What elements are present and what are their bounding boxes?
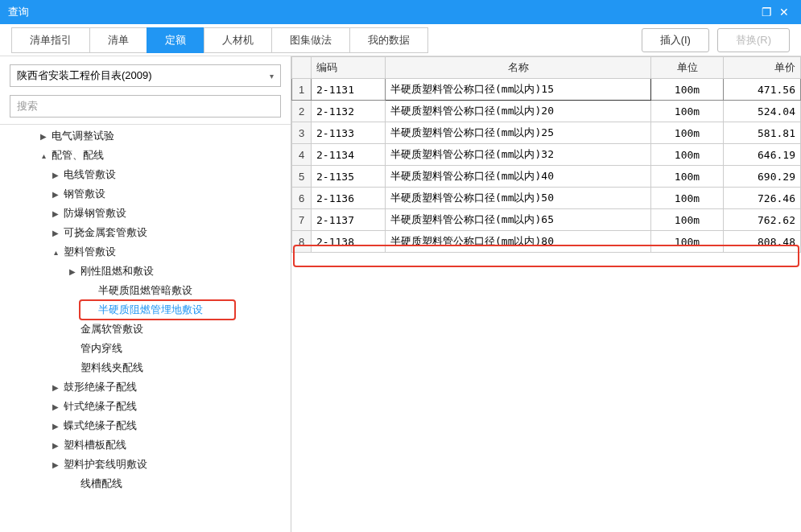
tree-label: 塑料线夹配线	[81, 361, 143, 375]
cell-code[interactable]: 2-1138	[312, 231, 386, 253]
tree-toggle-icon[interactable]: ▶	[39, 132, 48, 141]
search-input[interactable]: 搜索	[10, 95, 281, 118]
tab-4[interactable]: 图集做法	[271, 27, 349, 53]
tree-item[interactable]: ▶电气调整试验	[6, 126, 284, 146]
tree-item[interactable]: 管内穿线	[6, 339, 284, 358]
cell-unit[interactable]: 100m	[651, 122, 724, 144]
tree-item[interactable]: 半硬质阻燃管埋地敷设	[6, 300, 284, 320]
row-number: 1	[292, 79, 312, 101]
cell-unit[interactable]: 100m	[651, 144, 724, 166]
tree-item[interactable]: 半硬质阻燃管暗敷设	[6, 281, 284, 300]
grid-wrap: 编码 名称 单位 单价 12-1131半硬质塑料管公称口径(mm以内)15100…	[291, 56, 801, 532]
left-panel: 陕西省安装工程价目表(2009) ▾ 搜索 ▶电气调整试验▴配管、配线▶电线管敷…	[0, 56, 291, 532]
table-row[interactable]: 82-1138半硬质塑料管公称口径(mm以内)80100m808.48	[292, 231, 801, 253]
tree-item[interactable]: ▶蝶式绝缘子配线	[6, 416, 284, 435]
tree-item[interactable]: ▶可挠金属套管敷设	[6, 223, 284, 242]
cell-unit[interactable]: 100m	[651, 166, 724, 188]
tree-label: 塑料管敷设	[64, 245, 116, 259]
cell-unit[interactable]: 100m	[651, 79, 724, 101]
tree-toggle-icon[interactable]: ▶	[51, 190, 60, 199]
cell-name[interactable]: 半硬质塑料管公称口径(mm以内)15	[386, 79, 651, 101]
cell-price[interactable]: 690.29	[724, 166, 801, 188]
tree-item[interactable]: ▶钢管敷设	[6, 184, 284, 204]
table-row[interactable]: 12-1131半硬质塑料管公称口径(mm以内)15100m471.56	[292, 79, 801, 101]
cell-unit[interactable]: 100m	[651, 231, 724, 253]
tree-item[interactable]: ▶电线管敷设	[6, 165, 284, 184]
tree-toggle-icon[interactable]: ▶	[68, 267, 77, 276]
maximize-icon[interactable]: ❐	[758, 3, 775, 21]
tree-toggle-icon[interactable]: ▶	[51, 402, 60, 411]
insert-button[interactable]: 插入(I)	[642, 28, 709, 52]
tree-toggle-icon[interactable]: ▶	[51, 229, 60, 237]
tree-view[interactable]: ▶电气调整试验▴配管、配线▶电线管敷设▶钢管敷设▶防爆钢管敷设▶可挠金属套管敷设…	[0, 124, 291, 532]
tree-item[interactable]: ▶塑料护套线明敷设	[6, 455, 284, 474]
table-row[interactable]: 72-1137半硬质塑料管公称口径(mm以内)65100m762.62	[292, 209, 801, 231]
cell-price[interactable]: 726.46	[724, 188, 801, 209]
replace-button: 替换(R)	[717, 28, 790, 52]
cell-name[interactable]: 半硬质塑料管公称口径(mm以内)40	[386, 166, 651, 188]
tree-toggle-icon[interactable]: ▶	[51, 460, 60, 469]
cell-price[interactable]: 524.04	[724, 101, 801, 122]
tree-item[interactable]: ▶塑料槽板配线	[6, 435, 284, 455]
tree-label: 刚性阻燃和敷设	[81, 264, 154, 278]
cell-code[interactable]: 2-1131	[312, 79, 386, 101]
table-row[interactable]: 32-1133半硬质塑料管公称口径(mm以内)25100m581.81	[292, 122, 801, 144]
cell-price[interactable]: 762.62	[724, 209, 801, 231]
cell-price[interactable]: 646.19	[724, 144, 801, 166]
tree-item[interactable]: ▶防爆钢管敷设	[6, 204, 284, 223]
tab-3[interactable]: 人材机	[204, 27, 271, 53]
col-name[interactable]: 名称	[386, 57, 651, 79]
cell-price[interactable]: 808.48	[724, 231, 801, 253]
cell-unit[interactable]: 100m	[651, 101, 724, 122]
tree-item[interactable]: ▴配管、配线	[6, 146, 284, 165]
cell-code[interactable]: 2-1134	[312, 144, 386, 166]
col-unit[interactable]: 单位	[651, 57, 724, 79]
cell-price[interactable]: 471.56	[724, 79, 801, 101]
tree-item[interactable]: 金属软管敷设	[6, 320, 284, 339]
close-icon[interactable]: ✕	[775, 3, 793, 21]
cell-code[interactable]: 2-1136	[312, 188, 386, 209]
cell-code[interactable]: 2-1133	[312, 122, 386, 144]
tree-toggle-icon[interactable]: ▶	[51, 383, 60, 392]
tree-toggle-icon[interactable]: ▴	[39, 151, 48, 160]
tree-toggle-icon[interactable]: ▶	[51, 441, 60, 450]
tab-1[interactable]: 清单	[89, 27, 147, 53]
cell-unit[interactable]: 100m	[651, 188, 724, 209]
table-row[interactable]: 62-1136半硬质塑料管公称口径(mm以内)50100m726.46	[292, 188, 801, 209]
tree-label: 半硬质阻燃管暗敷设	[98, 283, 192, 298]
col-code[interactable]: 编码	[312, 57, 386, 79]
tree-toggle-icon[interactable]: ▶	[51, 209, 60, 218]
cell-code[interactable]: 2-1137	[312, 209, 386, 231]
col-price[interactable]: 单价	[724, 57, 801, 79]
data-grid[interactable]: 编码 名称 单位 单价 12-1131半硬质塑料管公称口径(mm以内)15100…	[291, 56, 801, 253]
tree-item[interactable]: ▶鼓形绝缘子配线	[6, 377, 284, 397]
cell-name[interactable]: 半硬质塑料管公称口径(mm以内)50	[386, 188, 651, 209]
tree-toggle-icon[interactable]: ▴	[51, 248, 60, 257]
table-row[interactable]: 22-1132半硬质塑料管公称口径(mm以内)20100m524.04	[292, 101, 801, 122]
tab-0[interactable]: 清单指引	[11, 27, 89, 53]
cell-unit[interactable]: 100m	[651, 209, 724, 231]
table-row[interactable]: 52-1135半硬质塑料管公称口径(mm以内)40100m690.29	[292, 166, 801, 188]
cell-code[interactable]: 2-1132	[312, 101, 386, 122]
tab-5[interactable]: 我的数据	[349, 27, 428, 53]
cell-name[interactable]: 半硬质塑料管公称口径(mm以内)32	[386, 144, 651, 166]
tree-item[interactable]: ▴塑料管敷设	[6, 242, 284, 262]
catalog-dropdown[interactable]: 陕西省安装工程价目表(2009) ▾	[10, 64, 281, 87]
cell-name[interactable]: 半硬质塑料管公称口径(mm以内)25	[386, 122, 651, 144]
table-row[interactable]: 42-1134半硬质塑料管公称口径(mm以内)32100m646.19	[292, 144, 801, 166]
tree-item[interactable]: 塑料线夹配线	[6, 358, 284, 377]
cell-price[interactable]: 581.81	[724, 122, 801, 144]
tree-label: 可挠金属套管敷设	[64, 225, 147, 240]
tree-toggle-icon[interactable]: ▶	[51, 171, 60, 179]
tree-toggle-icon[interactable]: ▶	[51, 422, 60, 431]
cell-code[interactable]: 2-1135	[312, 166, 386, 188]
tree-item[interactable]: ▶刚性阻燃和敷设	[6, 262, 284, 281]
tree-label: 金属软管敷设	[81, 322, 143, 336]
cell-name[interactable]: 半硬质塑料管公称口径(mm以内)80	[386, 231, 651, 253]
row-number: 5	[292, 166, 312, 188]
tree-item[interactable]: 线槽配线	[6, 474, 284, 493]
cell-name[interactable]: 半硬质塑料管公称口径(mm以内)20	[386, 101, 651, 122]
tree-item[interactable]: ▶针式绝缘子配线	[6, 397, 284, 416]
cell-name[interactable]: 半硬质塑料管公称口径(mm以内)65	[386, 209, 651, 231]
tab-2[interactable]: 定额	[147, 27, 204, 53]
